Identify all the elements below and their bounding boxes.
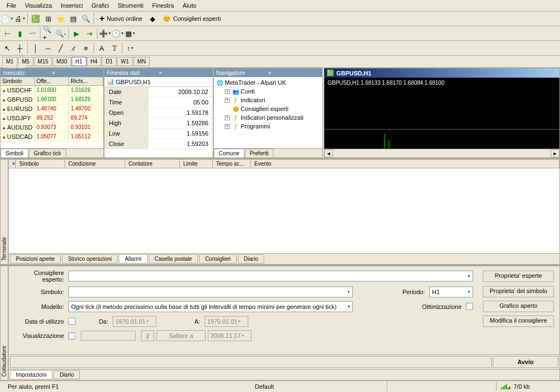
nav-indicatori[interactable]: +ƒIndicatori xyxy=(215,96,321,104)
col-richiesta[interactable]: Richi... xyxy=(69,77,103,85)
close-icon[interactable]: × xyxy=(50,69,101,76)
profiles-icon[interactable]: 🖨▾ xyxy=(14,13,26,25)
menu-strumenti[interactable]: Strumenti xyxy=(113,1,148,10)
col-evento[interactable]: Evento xyxy=(251,160,559,168)
zoom-in-icon[interactable]: 🔍+ xyxy=(42,27,54,39)
avvio-button[interactable]: Avvio xyxy=(493,356,558,368)
menu-finestra[interactable]: Finestra xyxy=(148,1,178,10)
col-condizione[interactable]: Condizione xyxy=(65,160,125,168)
tab-simboli[interactable]: Simboli xyxy=(1,149,28,157)
text-icon[interactable]: A xyxy=(96,42,108,54)
tab-impostazioni[interactable]: Impostazioni xyxy=(10,370,52,379)
tab-casella[interactable]: Casella postale xyxy=(149,254,198,264)
tab-grafico-tick[interactable]: Grafico tick xyxy=(29,149,66,157)
new-order-button[interactable]: ✚ Nuovo ordine xyxy=(96,13,146,25)
proprieta-simbolo-button[interactable]: Proprieta' del simbolo xyxy=(483,286,554,297)
tf-d1[interactable]: D1 xyxy=(102,57,116,66)
terminal-vtab[interactable]: Terminale xyxy=(0,159,8,265)
nav-indicatori-pers[interactable]: +ƒIndicatori personalizzati xyxy=(215,113,321,122)
tf-mn[interactable]: MN xyxy=(133,57,150,66)
speed-slider[interactable] xyxy=(81,331,136,341)
expert-advisors-button[interactable]: 😊 Consiglieri esperti xyxy=(159,13,224,25)
vertical-line-icon[interactable]: │ xyxy=(30,42,42,54)
menu-grafici[interactable]: Grafici xyxy=(87,1,113,10)
status-connection[interactable]: 7/0 kb xyxy=(497,382,557,391)
close-icon[interactable]: × xyxy=(266,69,320,76)
col-simbolo[interactable]: Simbolo xyxy=(16,160,65,168)
new-chart-icon[interactable]: 📄▾ xyxy=(1,13,13,25)
nav-root[interactable]: 🌐MetaTrader - Alpari UK xyxy=(215,78,321,87)
market-row[interactable]: ⬥EURUSD1.487401.48760 xyxy=(1,104,103,114)
periodo-select[interactable]: H1▾ xyxy=(429,286,473,297)
a-date[interactable]: 1970.01.01▾ xyxy=(205,316,248,327)
pause-button[interactable]: || xyxy=(141,330,154,341)
modifica-consigliere-button[interactable]: Modifica il consigliere xyxy=(483,315,554,327)
tab-preferiti[interactable]: Preferiti xyxy=(245,149,273,157)
scroll-left-icon[interactable]: ◄ xyxy=(324,149,333,157)
menu-visualizza[interactable]: Visualizza xyxy=(21,1,56,10)
col-limite[interactable]: Limite xyxy=(180,160,213,168)
col-offerta[interactable]: Offe... xyxy=(35,77,69,85)
simbolo-select[interactable]: ▾ xyxy=(68,286,353,297)
tab-diario-tester[interactable]: Diario xyxy=(54,370,80,379)
data-utilizzo-check[interactable] xyxy=(68,318,75,325)
nav-consiglieri[interactable]: 😊Consiglieri esperti xyxy=(215,104,321,113)
tester-vtab[interactable]: Collaudatore xyxy=(0,266,8,381)
strategy-tester-icon[interactable]: 🔍 xyxy=(80,13,92,25)
scroll-track[interactable] xyxy=(333,149,551,157)
tab-diario[interactable]: Diario xyxy=(238,254,264,264)
chart-indicator-area[interactable] xyxy=(324,129,559,149)
menu-inserisci[interactable]: Inserisci xyxy=(56,1,87,10)
da-date[interactable]: 1970.01.01▾ xyxy=(113,316,156,327)
templates-icon[interactable]: ▦▾ xyxy=(124,27,136,39)
market-row[interactable]: ⬥USDCHF1.016001.01626 xyxy=(1,86,103,95)
nav-conti[interactable]: +👥Conti xyxy=(215,87,321,96)
saltare-date[interactable]: 2009.11.17▾ xyxy=(208,330,252,341)
saltare-button[interactable]: Saltare a xyxy=(156,330,206,341)
cursor-icon[interactable]: ↖ xyxy=(1,42,13,54)
expander-icon[interactable]: + xyxy=(225,89,230,94)
proprieta-esperte-button[interactable]: Proprieta' esperte xyxy=(483,271,554,282)
nav-programmi[interactable]: +ƒProgrammi xyxy=(215,122,321,131)
market-row[interactable]: ⬥GBPUSD1.681001.68126 xyxy=(1,95,103,104)
tf-w1[interactable]: W1 xyxy=(117,57,133,66)
data-window-icon[interactable]: ⊞ xyxy=(42,13,54,25)
tf-h1[interactable]: H1 xyxy=(72,57,86,66)
visualizzazione-check[interactable] xyxy=(68,332,75,340)
fibonacci-icon[interactable]: ≡ xyxy=(80,42,92,54)
expander-icon[interactable]: + xyxy=(225,115,230,120)
arrows-icon[interactable]: ↑▾ xyxy=(124,42,136,54)
expander-icon[interactable]: + xyxy=(225,98,230,103)
crosshair-icon[interactable]: ┼ xyxy=(14,42,26,54)
close-icon[interactable]: × xyxy=(9,160,16,168)
market-row[interactable]: ⬥USDCAD1.050771.05112 xyxy=(1,132,103,142)
expander-icon[interactable]: + xyxy=(225,124,230,129)
tab-consiglieri[interactable]: Consiglieri xyxy=(199,254,237,264)
modello-select[interactable]: Ogni tick (il metodo precissimo sulla ba… xyxy=(68,301,353,312)
auto-scroll-icon[interactable]: ▶ xyxy=(71,27,83,39)
chart-canvas[interactable] xyxy=(324,88,559,129)
text-label-icon[interactable]: 𝕋 xyxy=(108,42,120,54)
ottimizzazione-check[interactable] xyxy=(466,303,473,310)
tf-h4[interactable]: H4 xyxy=(87,57,102,66)
col-contatore[interactable]: Contatore xyxy=(125,160,180,168)
trendline-icon[interactable]: ╱ xyxy=(55,42,67,54)
market-row[interactable]: ⬥USDJPY89.25289.274 xyxy=(1,114,103,123)
periods-icon[interactable]: 🕐▾ xyxy=(112,27,124,39)
terminal-rows[interactable] xyxy=(9,168,559,253)
col-simbolo[interactable]: Simbolo xyxy=(1,77,35,85)
metaeditor-icon[interactable]: ◆ xyxy=(147,13,159,25)
zoom-out-icon[interactable]: 🔍- xyxy=(55,27,67,39)
indicators-icon[interactable]: ➕▾ xyxy=(99,27,111,39)
col-tempo[interactable]: Tempo sc... xyxy=(213,160,251,168)
navigator-icon[interactable]: ⭐ xyxy=(55,13,67,25)
market-watch-icon[interactable]: 💹 xyxy=(30,13,42,25)
bar-chart-icon[interactable]: ⊢ xyxy=(1,27,13,39)
candle-chart-icon[interactable]: ▮ xyxy=(14,27,26,39)
close-icon[interactable]: × xyxy=(157,69,211,76)
chart-shift-icon[interactable]: ⇥ xyxy=(83,27,95,39)
menu-file[interactable]: File xyxy=(2,1,21,10)
channel-icon[interactable]: ⫽ xyxy=(67,42,79,54)
tab-comune[interactable]: Comune xyxy=(214,149,244,157)
scroll-right-icon[interactable]: ► xyxy=(551,149,559,157)
